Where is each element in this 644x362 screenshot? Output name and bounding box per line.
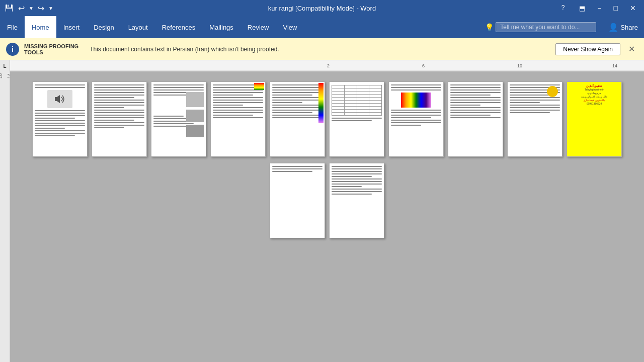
maximize-button[interactable]: □: [610, 3, 622, 13]
text-line: [153, 116, 184, 117]
text-line: [391, 117, 431, 118]
window-controls: ? ⬒ − □ ✕: [555, 3, 640, 14]
text-line: [391, 87, 441, 88]
share-button[interactable]: 👤 Share: [602, 16, 644, 38]
text-line: [35, 115, 85, 116]
text-line: [450, 105, 480, 106]
page-8[interactable]: [448, 81, 503, 157]
text-line: [391, 122, 441, 123]
text-line: [94, 102, 144, 103]
tab-mailings[interactable]: Mailings: [202, 16, 240, 38]
text-line: [510, 84, 560, 85]
page-12-content: [330, 163, 384, 238]
gray-block-1: [186, 92, 204, 107]
tab-view[interactable]: View: [276, 16, 304, 38]
page-3-content: [151, 82, 206, 156]
text-line: [94, 110, 144, 111]
page-7-content: [389, 82, 443, 156]
page-6-content: [330, 82, 384, 156]
undo-button[interactable]: ↩: [18, 4, 25, 13]
tab-file[interactable]: File: [0, 16, 25, 38]
page-10[interactable]: تحقیق آنلاین Tahghighonline.ir مرجع دانل…: [567, 81, 622, 157]
text-line: [213, 112, 263, 113]
search-input[interactable]: [496, 22, 596, 32]
text-line: [272, 84, 323, 85]
page-9[interactable]: [507, 81, 562, 157]
page-4[interactable]: [210, 81, 266, 157]
close-button[interactable]: ✕: [626, 3, 640, 13]
text-line: [94, 120, 134, 121]
spectrum-image: [401, 93, 431, 108]
quick-access-toolbar: ↩ ▼ ↪ ▼: [4, 3, 53, 13]
page-1[interactable]: [32, 81, 88, 157]
page-3[interactable]: [151, 81, 206, 157]
text-line: [332, 173, 382, 174]
text-line: [332, 166, 382, 167]
page-2[interactable]: [92, 81, 147, 157]
ad-url: Tahghighonline.ir: [569, 88, 619, 91]
text-line: [450, 102, 501, 103]
text-line: [94, 127, 124, 128]
tab-review[interactable]: Review: [240, 16, 276, 38]
text-line: [94, 87, 144, 88]
text-line: [35, 87, 85, 88]
page-10-content: تحقیق آنلاین Tahghighonline.ir مرجع دانل…: [567, 82, 621, 156]
title-bar: ↩ ▼ ↪ ▼ kur rangi [Compatibility Mode] -…: [0, 0, 644, 16]
tab-insert[interactable]: Insert: [56, 16, 87, 38]
help-button[interactable]: ?: [555, 3, 571, 14]
text-line: [332, 184, 382, 185]
page-12[interactable]: [329, 163, 384, 238]
tab-design[interactable]: Design: [87, 16, 121, 38]
text-line: [450, 112, 501, 113]
text-line: [94, 105, 144, 106]
minimize-button[interactable]: −: [593, 3, 605, 13]
tab-layout[interactable]: Layout: [121, 16, 155, 38]
text-line: [450, 117, 501, 118]
svg-text:10: 10: [517, 63, 522, 68]
text-line: [510, 112, 550, 113]
text-line: [94, 107, 124, 108]
svg-marker-11: [55, 95, 60, 103]
tab-home[interactable]: Home: [25, 16, 56, 38]
page-6[interactable]: [329, 81, 384, 157]
ribbon-display-options[interactable]: ⬒: [575, 4, 589, 13]
page-7[interactable]: [388, 81, 444, 157]
text-line: [272, 110, 323, 111]
text-line: [272, 112, 312, 113]
warning-close-button[interactable]: ✕: [625, 42, 638, 56]
text-line: [332, 118, 382, 119]
page-5[interactable]: [270, 81, 325, 157]
page-11[interactable]: [270, 163, 325, 238]
ruler-corner[interactable]: L: [0, 60, 10, 71]
text-line: [35, 110, 85, 111]
pages-row-2: [270, 163, 384, 238]
text-line: [332, 194, 372, 195]
text-line: [94, 125, 144, 126]
never-show-again-button[interactable]: Never Show Again: [555, 43, 620, 55]
window-title: kur rangi [Compatibility Mode] - Word: [268, 5, 376, 12]
text-line: [272, 171, 312, 172]
customize-button[interactable]: ▼: [48, 6, 53, 11]
document-canvas[interactable]: تحقیق آنلاین Tahghighonline.ir مرجع دانل…: [10, 71, 644, 362]
ad-phone: 09981366624: [569, 102, 619, 105]
undo-dropdown[interactable]: ▼: [29, 6, 34, 11]
text-line: [391, 115, 441, 116]
svg-text:6: 6: [422, 63, 425, 68]
tab-references[interactable]: References: [155, 16, 202, 38]
redo-button[interactable]: ↪: [38, 4, 44, 13]
ad-title: تحقیق آنلاین: [569, 84, 619, 87]
color-strip: [254, 83, 264, 90]
warning-title: MISSING PROOFING TOOLS: [24, 43, 78, 55]
text-line: [94, 84, 144, 85]
text-line: [450, 87, 501, 88]
mini-table: [332, 85, 382, 116]
text-line: [332, 189, 382, 190]
text-line: [94, 100, 144, 101]
text-line: [35, 84, 85, 85]
save-button[interactable]: [4, 3, 14, 13]
text-line: [272, 117, 323, 118]
text-line: [450, 100, 501, 101]
text-line: [35, 125, 85, 126]
warning-bar: i MISSING PROOFING TOOLS This document c…: [0, 38, 644, 60]
text-line: [213, 107, 263, 108]
